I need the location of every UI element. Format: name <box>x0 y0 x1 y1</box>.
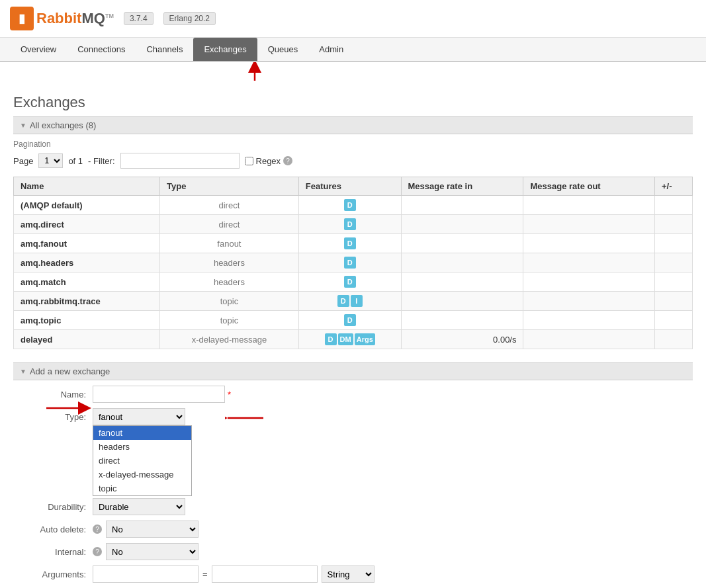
cell-name[interactable]: amq.topic <box>14 311 160 330</box>
nav-queues[interactable]: Queues <box>257 38 309 61</box>
internal-help[interactable]: ? <box>93 547 102 556</box>
feature-badge: D <box>344 218 356 230</box>
table-row: amq.directdirectD <box>14 215 693 234</box>
auto-delete-help[interactable]: ? <box>93 525 102 534</box>
delayed-arrow <box>225 411 265 425</box>
regex-checkbox[interactable] <box>245 157 253 165</box>
cell-rate-in <box>401 196 523 215</box>
cell-rate-out <box>523 234 654 253</box>
auto-delete-row: Auto delete: ? No Yes <box>13 521 693 538</box>
feature-badge: D <box>337 295 349 307</box>
pagination-row: Page 1 of 1 - Filter: Regex ? <box>13 153 693 169</box>
name-row: Name: * <box>13 386 693 403</box>
cell-plusminus <box>654 273 692 292</box>
nav: Overview Connections Channels Exchanges … <box>0 38 706 62</box>
internal-select[interactable]: No Yes <box>106 543 199 560</box>
col-name: Name <box>14 177 160 196</box>
args-type-select[interactable]: String Number Boolean <box>322 566 375 583</box>
section-toggle[interactable]: ▼ <box>20 122 26 129</box>
arguments-label: Arguments: <box>13 569 93 579</box>
args-val-input[interactable] <box>212 566 318 583</box>
cell-plusminus <box>654 311 692 330</box>
type-select-wrapper: fanout fanout headers direct x-delayed-m… <box>93 408 185 425</box>
filter-input[interactable] <box>120 153 240 169</box>
table-row: amq.topictopicD <box>14 311 693 330</box>
type-row: Type: fanout fanout headers direct x-del… <box>13 408 693 425</box>
of-label: of 1 <box>68 156 83 166</box>
logo: ▮ RabbitMQTM <box>10 7 114 30</box>
header: ▮ RabbitMQTM 3.7.4 Erlang 20.2 <box>0 0 706 38</box>
pagination-section: Pagination Page 1 of 1 - Filter: Regex ? <box>13 140 693 169</box>
nav-connections[interactable]: Connections <box>67 38 136 61</box>
cell-name[interactable]: amq.headers <box>14 253 160 273</box>
all-exchanges-label: All exchanges (8) <box>30 120 96 130</box>
durability-label: Durability: <box>13 502 93 512</box>
table-row: amq.rabbitmq.tracetopicDI <box>14 292 693 311</box>
cell-plusminus <box>654 330 692 349</box>
cell-type: headers <box>160 273 299 292</box>
cell-name[interactable]: amq.match <box>14 273 160 292</box>
page-label: Page <box>13 156 33 166</box>
cell-rate-out <box>523 215 654 234</box>
dropdown-direct[interactable]: direct <box>93 454 191 468</box>
nav-channels[interactable]: Channels <box>136 38 193 61</box>
cell-name[interactable]: amq.fanout <box>14 234 160 253</box>
add-exchange-label: Add a new exchange <box>30 366 110 376</box>
cell-features: D <box>298 196 401 215</box>
dropdown-headers[interactable]: headers <box>93 440 191 454</box>
cell-features: D <box>298 234 401 253</box>
cell-type: direct <box>160 215 299 234</box>
cell-rate-in: 0.00/s <box>401 330 523 349</box>
page-title: Exchanges <box>13 94 693 111</box>
cell-name[interactable]: amq.direct <box>14 215 160 234</box>
col-rate-in: Message rate in <box>401 177 523 196</box>
table-row: delayedx-delayed-messageDDMArgs0.00/s <box>14 330 693 349</box>
cell-rate-in <box>401 234 523 253</box>
type-select[interactable]: fanout <box>93 408 185 425</box>
all-exchanges-section-header: ▼ All exchanges (8) <box>13 116 693 134</box>
feature-badge: Args <box>355 333 375 345</box>
col-rate-out: Message rate out <box>523 177 654 196</box>
durability-select[interactable]: Durable Transient <box>93 498 185 515</box>
feature-badge: D <box>344 237 356 249</box>
cell-name[interactable]: delayed <box>14 330 160 349</box>
cell-type: topic <box>160 311 299 330</box>
erlang-badge: Erlang 20.2 <box>163 12 216 25</box>
version-badge: 3.7.4 <box>124 12 154 25</box>
cell-plusminus <box>654 292 692 311</box>
cell-rate-in <box>401 311 523 330</box>
feature-badge: D <box>344 314 356 326</box>
dropdown-fanout[interactable]: fanout <box>93 426 191 440</box>
main: Exchanges ▼ All exchanges (8) Pagination… <box>0 84 706 588</box>
cell-rate-out <box>523 273 654 292</box>
dropdown-topic[interactable]: topic <box>93 482 191 495</box>
add-section-toggle[interactable]: ▼ <box>20 368 26 375</box>
table-row: amq.fanoutfanoutD <box>14 234 693 253</box>
feature-badge: D <box>325 333 337 345</box>
dropdown-x-delayed[interactable]: x-delayed-message <box>93 468 191 482</box>
pagination-label: Pagination <box>13 140 693 149</box>
col-features: Features <box>298 177 401 196</box>
cell-rate-out <box>523 196 654 215</box>
args-eq: = <box>202 569 208 579</box>
cell-name[interactable]: amq.rabbitmq.trace <box>14 292 160 311</box>
nav-admin[interactable]: Admin <box>308 38 354 61</box>
nav-overview[interactable]: Overview <box>10 38 67 61</box>
name-input[interactable] <box>93 386 225 403</box>
args-key-input[interactable] <box>93 566 199 583</box>
internal-label: Internal: <box>13 547 93 557</box>
cell-type: fanout <box>160 234 299 253</box>
regex-help-badge[interactable]: ? <box>283 156 292 165</box>
table-row: amq.matchheadersD <box>14 273 693 292</box>
table-row: (AMQP default)directD <box>14 196 693 215</box>
type-dropdown: fanout headers direct x-delayed-message … <box>93 425 192 496</box>
auto-delete-select[interactable]: No Yes <box>106 521 199 538</box>
exchanges-arrow <box>245 62 265 82</box>
logo-text: RabbitMQTM <box>36 10 114 27</box>
cell-features: DI <box>298 292 401 311</box>
nav-exchanges[interactable]: Exchanges <box>193 38 257 61</box>
filter-label: - Filter: <box>88 156 114 166</box>
feature-badge: D <box>344 257 356 269</box>
page-select[interactable]: 1 <box>38 153 63 168</box>
cell-rate-out <box>523 253 654 273</box>
